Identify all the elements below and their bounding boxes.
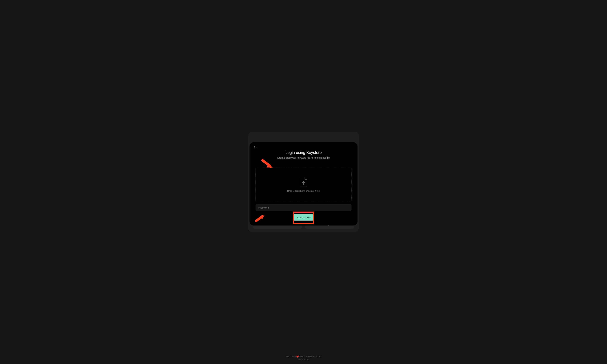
back-arrow-icon[interactable]: [254, 146, 257, 149]
annotation-arrow-icon: [261, 159, 274, 169]
annotation-highlight-box: [293, 211, 314, 224]
modal-subtitle: Drag & drop your keystore file here or s…: [256, 156, 351, 159]
dropzone-text: Drag & drop here or select a file: [287, 190, 320, 192]
keystore-login-modal: Login using Keystore Drag & drop your ke…: [249, 142, 358, 225]
footer-suffix: by the MultiversX team: [299, 355, 321, 358]
modal-title: Login using Keystore: [256, 150, 351, 155]
footer-build: Build a875defc: [0, 359, 607, 361]
access-button-wrapper: Access Wallet: [256, 214, 351, 221]
password-input[interactable]: [256, 204, 351, 211]
heart-icon: ❤️: [296, 355, 299, 358]
footer-prefix: Made with: [286, 355, 296, 358]
file-upload-icon: [300, 177, 307, 187]
annotation-arrow-icon: [255, 214, 265, 223]
page-footer: Made with ❤️ by the MultiversX team Buil…: [0, 355, 607, 361]
keystore-dropzone[interactable]: Drag & drop here or select a file: [256, 167, 351, 202]
